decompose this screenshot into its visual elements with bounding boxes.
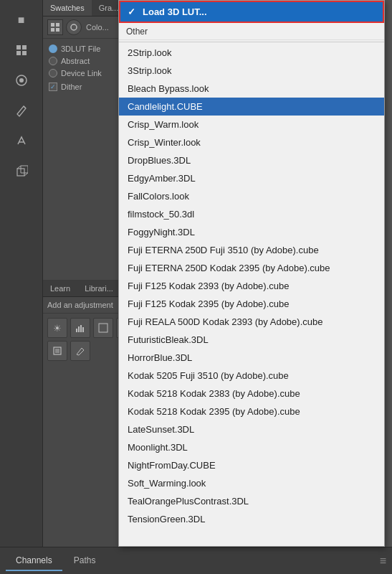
checkbox-box-dither: ✓ — [49, 83, 57, 91]
dropdown-divider — [119, 42, 384, 42]
tab-libraries[interactable]: Librari... — [77, 281, 120, 296]
dropdown-item[interactable]: EdgyAmber.3DL — [119, 169, 384, 187]
dropdown-item[interactable]: Candlelight.CUBE — [119, 98, 384, 116]
dropdown-item[interactable]: Kodak 5218 Kodak 2383 (by Adobe).cube — [119, 385, 384, 403]
bottom-tabs-bar: Channels Paths ≡ — [0, 547, 392, 574]
dropdown-item[interactable]: Fuji ETERNA 250D Kodak 2395 (by Adobe).c… — [119, 259, 384, 277]
svg-rect-24 — [55, 349, 59, 353]
tab-paths[interactable]: Paths — [64, 551, 106, 571]
dropdown-item[interactable]: filmstock_50.3dl — [119, 205, 384, 223]
frame-icon-btn[interactable] — [47, 341, 67, 361]
dropdown-item[interactable]: FuturisticBleak.3DL — [119, 331, 384, 349]
radio-label-3dlut: 3DLUT File — [61, 44, 100, 53]
svg-rect-16 — [78, 326, 80, 332]
dropdown-item[interactable]: Crisp_Winter.look — [119, 133, 384, 151]
svg-point-5 — [19, 78, 24, 83]
dropdown-item[interactable]: TensionGreen.3DL — [119, 510, 384, 528]
dropdown-item[interactable]: Fuji F125 Kodak 2395 (by Adobe).cube — [119, 295, 384, 313]
svg-rect-13 — [56, 28, 59, 32]
sidebar-icon-cube[interactable] — [9, 158, 34, 184]
dropdown-item[interactable]: Fuji REALA 500D Kodak 2393 (by Adobe).cu… — [119, 313, 384, 331]
grid-view-btn[interactable] — [47, 19, 63, 35]
svg-rect-1 — [22, 45, 27, 50]
tab-learn[interactable]: Learn — [43, 281, 77, 296]
dropdown-item[interactable]: NightFromDay.CUBE — [119, 456, 384, 474]
dropdown-item[interactable]: FallColors.look — [119, 187, 384, 205]
image-icon-btn[interactable] — [93, 318, 113, 338]
svg-rect-2 — [16, 51, 21, 55]
dropdown-item[interactable]: LateSunset.3DL — [119, 420, 384, 438]
dropdown-header-load-lut[interactable]: ✓ Load 3D LUT... — [119, 1, 384, 23]
dropdown-item[interactable]: 2Strip.look — [119, 44, 384, 62]
dropdown-item[interactable]: TealOrangePlusContrast.3DL — [119, 492, 384, 510]
sidebar-icon-3[interactable] — [9, 67, 34, 93]
sidebar-icon-1[interactable]: ■ — [9, 7, 34, 33]
svg-rect-15 — [76, 329, 77, 332]
dropdown-item[interactable]: Soft_Warming.look — [119, 474, 384, 492]
dropdown-item[interactable]: Fuji ETERNA 250D Fuji 3510 (by Adobe).cu… — [119, 241, 384, 259]
dropdown-item[interactable]: 3Strip.look — [119, 62, 384, 80]
sidebar-icon-2[interactable] — [9, 37, 34, 63]
pen-icon-btn[interactable] — [70, 341, 90, 361]
sidebar: ■ — [0, 0, 43, 574]
radio-dot-3dlut — [49, 44, 57, 53]
radio-label-abstract: Abstract — [61, 57, 90, 65]
sidebar-icon-tools[interactable] — [9, 128, 34, 154]
dropdown-section-other: Other — [119, 23, 384, 40]
dropdown-item[interactable]: DropBlues.3DL — [119, 151, 384, 169]
checkmark-icon: ✓ — [128, 6, 135, 17]
svg-rect-17 — [80, 325, 82, 332]
tab-swatches[interactable]: Swatches — [43, 0, 92, 16]
svg-point-14 — [71, 24, 77, 30]
radio-dot-abstract — [49, 57, 57, 65]
dropdown-item[interactable]: Fuji F125 Kodak 2393 (by Adobe).cube — [119, 277, 384, 295]
dropdown-item[interactable]: Kodak 5205 Fuji 3510 (by Adobe).cube — [119, 367, 384, 385]
svg-rect-3 — [22, 51, 27, 55]
dropdown-header-label: Load 3D LUT... — [143, 6, 207, 17]
svg-rect-11 — [56, 23, 59, 27]
dropdown-item[interactable]: Crisp_Warm.look — [119, 116, 384, 133]
svg-rect-18 — [82, 327, 84, 332]
svg-rect-12 — [51, 28, 54, 32]
sidebar-icon-pencil[interactable] — [9, 98, 34, 123]
radio-dot-device — [49, 69, 57, 77]
bottom-menu-icon[interactable]: ≡ — [380, 555, 386, 568]
histogram-icon-btn[interactable] — [70, 318, 90, 338]
radio-label-device: Device Link — [61, 69, 102, 77]
dropdown-overlay: ✓ Load 3D LUT... Other 2Strip.look3Strip… — [118, 0, 385, 547]
circle-view-btn[interactable] — [66, 19, 82, 35]
svg-rect-10 — [51, 23, 54, 27]
svg-rect-0 — [16, 45, 21, 50]
svg-rect-20 — [100, 325, 106, 331]
checkbox-label-dither: Dither — [61, 83, 82, 91]
dropdown-item[interactable]: Bleach Bypass.look — [119, 80, 384, 98]
dropdown-list: 2Strip.look3Strip.lookBleach Bypass.look… — [119, 44, 384, 546]
brightness-icon-btn[interactable]: ☀ — [47, 318, 67, 338]
dropdown-item[interactable]: Moonlight.3DL — [119, 438, 384, 456]
dropdown-item[interactable]: HorrorBlue.3DL — [119, 349, 384, 367]
color-mode-label: Colo... — [86, 23, 109, 32]
tab-channels[interactable]: Channels — [6, 551, 62, 571]
dropdown-item[interactable]: FoggyNight.3DL — [119, 223, 384, 241]
dropdown-item[interactable]: Kodak 5218 Kodak 2395 (by Adobe).cube — [119, 403, 384, 420]
